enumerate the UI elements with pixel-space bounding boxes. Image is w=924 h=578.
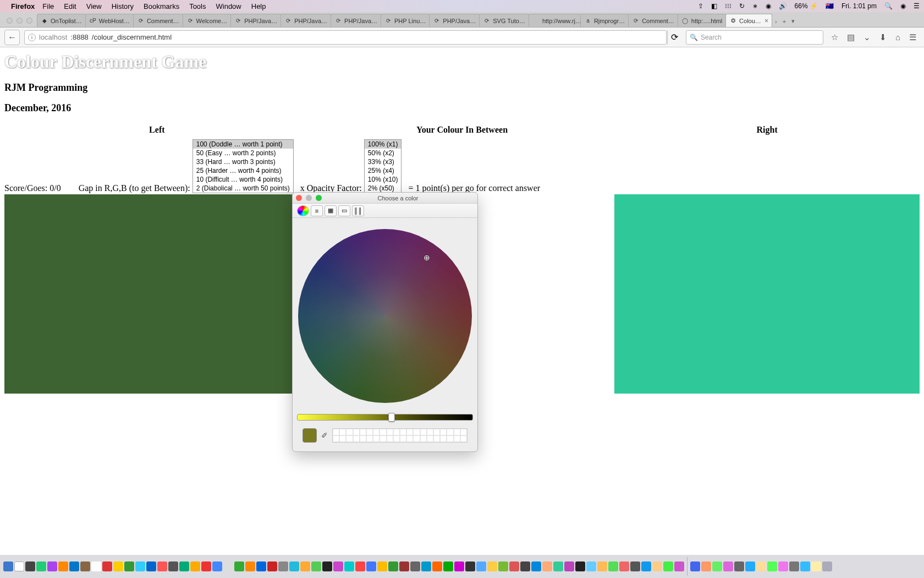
dock-app-icon[interactable] — [311, 561, 321, 571]
color-wheel[interactable] — [298, 229, 472, 403]
dock-app-icon[interactable] — [124, 561, 134, 571]
pencils-tab-icon[interactable]: ║║ — [352, 205, 364, 216]
spotlight-icon[interactable]: 🔍 — [884, 2, 893, 10]
dock-app-icon[interactable] — [454, 561, 464, 571]
status-icon[interactable]: ◧ — [711, 2, 717, 10]
menu-edit[interactable]: Edit — [64, 2, 76, 10]
color-picker-titlebar[interactable]: Choose a color — [293, 193, 477, 204]
color-picker-dialog[interactable]: Choose a color ≡ ▦ ▭ ║║ ⊕ ✐ — [292, 192, 478, 452]
select-option[interactable]: 10% (x10) — [365, 175, 402, 184]
mac-dock[interactable] — [0, 555, 924, 578]
dock-app-icon[interactable] — [135, 561, 145, 571]
pocket-icon[interactable]: ⌄ — [864, 32, 871, 42]
search-bar[interactable]: 🔍 Search — [686, 30, 823, 45]
menu-bookmarks[interactable]: Bookmarks — [144, 2, 179, 10]
dock-app-icon[interactable] — [300, 561, 310, 571]
dock-app-icon[interactable] — [333, 561, 343, 571]
bluetooth-icon[interactable]: ∗ — [752, 2, 758, 10]
select-option[interactable]: 50% (x2) — [365, 149, 402, 157]
dock-app-icon[interactable] — [619, 561, 629, 571]
browser-tab[interactable]: aRjmprogr… — [580, 14, 629, 27]
active-app-name[interactable]: Firefox — [11, 2, 35, 10]
select-option[interactable]: 25% (x4) — [365, 166, 402, 175]
volume-icon[interactable]: 🔊 — [779, 2, 787, 10]
dock-app-icon[interactable] — [745, 561, 755, 571]
dock-app-icon[interactable] — [410, 561, 420, 571]
dock-app-icon[interactable] — [663, 561, 673, 571]
maximize-window-icon[interactable] — [26, 18, 32, 24]
status-icon[interactable]: ⇪ — [698, 2, 703, 10]
reload-button[interactable]: ⟳ — [667, 30, 681, 45]
dock-app-icon[interactable] — [3, 561, 13, 571]
right-color-swatch[interactable] — [614, 194, 920, 394]
clock[interactable]: Fri. 1:01 pm — [842, 2, 877, 10]
dock-app-icon[interactable] — [14, 561, 24, 571]
dock-app-icon[interactable] — [630, 561, 640, 571]
tab-close-icon[interactable]: × — [765, 17, 768, 25]
dock-app-icon[interactable] — [289, 561, 299, 571]
dock-app-icon[interactable] — [531, 561, 541, 571]
select-option[interactable]: 33% (x3) — [365, 157, 402, 166]
dock-app-icon[interactable] — [102, 561, 112, 571]
dock-app-icon[interactable] — [113, 561, 123, 571]
user-icon[interactable]: ◉ — [900, 2, 906, 10]
home-icon[interactable]: ⌂ — [895, 32, 900, 42]
dock-app-icon[interactable] — [690, 561, 700, 571]
dock-app-icon[interactable] — [25, 561, 35, 571]
wifi-icon[interactable]: ◉ — [766, 2, 771, 10]
dock-app-icon[interactable] — [674, 561, 684, 571]
dock-app-icon[interactable] — [597, 561, 607, 571]
recent-colors-grid[interactable] — [332, 428, 468, 443]
menu-window[interactable]: Window — [216, 2, 241, 10]
dock-app-icon[interactable] — [36, 561, 46, 571]
status-icon[interactable]: ↻ — [739, 2, 745, 10]
browser-tab[interactable]: ⟳SVG Tuto… — [479, 14, 529, 27]
select-option[interactable]: 100 (Doddle … worth 1 point) — [193, 140, 293, 149]
url-bar[interactable]: i localhost:8888/colour_discernment.html — [24, 30, 667, 45]
left-color-swatch[interactable] — [4, 194, 310, 394]
close-window-icon[interactable] — [7, 18, 13, 24]
dock-app-icon[interactable] — [712, 561, 722, 571]
dock-app-icon[interactable] — [58, 561, 68, 571]
select-option[interactable]: 10 (Difficult … worth 4 points) — [193, 175, 293, 184]
dock-app-icon[interactable] — [355, 561, 365, 571]
dock-app-icon[interactable] — [47, 561, 57, 571]
battery-status[interactable]: 66% ⚡ — [795, 2, 818, 10]
brightness-slider[interactable] — [297, 414, 473, 421]
color-sliders-tab-icon[interactable]: ≡ — [311, 205, 323, 216]
dock-app-icon[interactable] — [256, 561, 266, 571]
status-icon[interactable]: ⁝⁝⁝ — [725, 2, 732, 10]
browser-tab[interactable]: ❂Colou…× — [725, 14, 772, 27]
dock-app-icon[interactable] — [734, 561, 744, 571]
browser-tab[interactable]: ⟳PHP/Java… — [331, 14, 381, 27]
color-wheel-tab-icon[interactable] — [297, 205, 309, 216]
reader-icon[interactable]: ▤ — [847, 32, 855, 42]
menu-file[interactable]: File — [42, 2, 54, 10]
browser-tab[interactable]: ◯http:….html — [678, 14, 726, 27]
dock-app-icon[interactable] — [476, 561, 486, 571]
dock-app-icon[interactable] — [652, 561, 662, 571]
menu-history[interactable]: History — [112, 2, 134, 10]
flag-icon[interactable]: 🇦🇺 — [826, 2, 834, 10]
dock-app-icon[interactable] — [586, 561, 596, 571]
color-wheel-cursor-icon[interactable]: ⊕ — [424, 253, 430, 260]
dock-app-icon[interactable] — [778, 561, 788, 571]
dock-app-icon[interactable] — [811, 561, 821, 571]
dock-app-icon[interactable] — [399, 561, 409, 571]
dock-app-icon[interactable] — [641, 561, 651, 571]
dock-app-icon[interactable] — [278, 561, 288, 571]
dock-app-icon[interactable] — [223, 561, 233, 571]
dock-app-icon[interactable] — [723, 561, 733, 571]
dock-app-icon[interactable] — [701, 561, 711, 571]
dock-app-icon[interactable] — [267, 561, 277, 571]
dock-app-icon[interactable] — [146, 561, 156, 571]
dock-app-icon[interactable] — [69, 561, 79, 571]
dock-app-icon[interactable] — [487, 561, 497, 571]
dock-app-icon[interactable] — [498, 561, 508, 571]
opacity-select[interactable]: 100% (x1)50% (x2)33% (x3)25% (x4)10% (x1… — [364, 139, 402, 193]
dock-app-icon[interactable] — [91, 561, 101, 571]
select-option[interactable]: 2 (Diabolical … worth 50 points) — [193, 184, 293, 193]
slider-knob[interactable] — [388, 413, 395, 422]
dock-app-icon[interactable] — [432, 561, 442, 571]
dock-app-icon[interactable] — [212, 561, 222, 571]
